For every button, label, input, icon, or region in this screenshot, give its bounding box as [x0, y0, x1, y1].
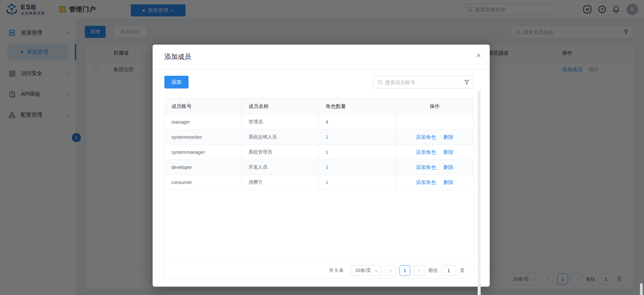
dialog-title: 添加成员 [164, 52, 191, 61]
add-member-dialog: 添加成员 × 添加 成员账号 成员名称 [153, 45, 490, 287]
cell-account: consumer [165, 175, 242, 190]
cell-operation: 添加角色 删除 [396, 175, 473, 190]
cell-operation: 添加角色 删除 [396, 160, 473, 175]
table-row: systemmanager 系统管理员 1 添加角色 删除 [165, 145, 473, 160]
goto-page-input[interactable] [441, 265, 456, 276]
cell-name: 系统管理员 [242, 145, 319, 160]
cell-roles: 1 [319, 160, 396, 175]
members-pagination: 共 5 条 10条/页 < 1 > 前往 页 [165, 262, 473, 279]
cell-operation: 添加角色 删除 [396, 145, 473, 160]
roles-count-link[interactable]: 1 [326, 165, 328, 170]
dialog-toolbar: 添加 [164, 76, 474, 88]
table-empty-space [165, 190, 473, 262]
add-button[interactable]: 添加 [164, 76, 189, 88]
dialog-body: 添加 成员账号 成员名称 角色数量 操作 [153, 69, 490, 287]
delete-link[interactable]: 删除 [443, 134, 453, 140]
delete-link[interactable]: 删除 [443, 149, 453, 156]
roles-count-link[interactable]: 1 [326, 134, 328, 140]
table-row: systemmonitor 系统运维人员 1 添加角色 删除 [165, 130, 473, 145]
cell-account: systemmanager [165, 145, 242, 160]
cell-name: 消费方 [242, 175, 319, 190]
members-table: 成员账号 成员名称 角色数量 操作 manager 管理员 4 systemmo… [164, 98, 474, 279]
page-size-select[interactable]: 10条/页 [350, 265, 381, 276]
table-row: developer 开发人员 1 添加角色 删除 [165, 160, 473, 175]
delete-link[interactable]: 删除 [443, 179, 453, 186]
column-header-roles: 角色数量 [319, 99, 396, 114]
column-header-name: 成员名称 [242, 99, 319, 114]
page-unit-label: 页 [460, 268, 465, 274]
cell-account: systemmonitor [165, 130, 242, 144]
add-role-link[interactable]: 添加角色 [416, 164, 436, 171]
current-page-button[interactable]: 1 [399, 265, 410, 276]
page-scrollbar-thumb[interactable] [640, 283, 643, 295]
filter-funnel-icon[interactable] [464, 80, 469, 85]
cell-account: manager [165, 115, 242, 129]
dialog-header: 添加成员 × [153, 45, 490, 69]
add-role-link[interactable]: 添加角色 [416, 179, 436, 186]
app-page: ESB 企业服务总线 管理门户 系统管理 × AI ? 系 [0, 0, 644, 295]
cell-operation [396, 115, 473, 129]
column-header-account: 成员账号 [165, 99, 242, 114]
cell-name: 系统运维人员 [242, 130, 319, 144]
member-search-box [373, 76, 474, 88]
roles-count-link[interactable]: 1 [326, 180, 328, 185]
table-row: consumer 消费方 1 添加角色 删除 [165, 175, 473, 190]
cell-name: 管理员 [242, 115, 319, 129]
prev-page-button[interactable]: < [385, 265, 396, 276]
delete-link[interactable]: 删除 [443, 164, 453, 171]
cell-operation: 添加角色 删除 [396, 130, 473, 144]
members-table-header: 成员账号 成员名称 角色数量 操作 [165, 99, 473, 115]
member-search-input[interactable] [385, 79, 462, 85]
page-size-value: 10条/页 [355, 268, 371, 274]
column-header-operation: 操作 [396, 99, 473, 114]
add-role-link[interactable]: 添加角色 [416, 149, 436, 156]
cell-roles: 4 [319, 115, 396, 129]
roles-count-link[interactable]: 1 [326, 150, 328, 155]
table-row: manager 管理员 4 [165, 115, 473, 130]
goto-label: 前往 [428, 268, 438, 274]
chevron-down-icon [374, 268, 378, 272]
add-role-link[interactable]: 添加角色 [416, 134, 436, 140]
cell-account: developer [165, 160, 242, 175]
cell-roles: 1 [319, 130, 396, 144]
cell-roles: 1 [319, 145, 396, 160]
dialog-scrollbar-thumb[interactable] [478, 90, 481, 295]
cell-roles: 1 [319, 175, 396, 190]
close-icon[interactable]: × [476, 51, 481, 59]
next-page-button[interactable]: > [414, 265, 425, 276]
cell-name: 开发人员 [242, 160, 319, 175]
total-count-label: 共 5 条 [329, 268, 344, 274]
search-icon [377, 79, 383, 85]
